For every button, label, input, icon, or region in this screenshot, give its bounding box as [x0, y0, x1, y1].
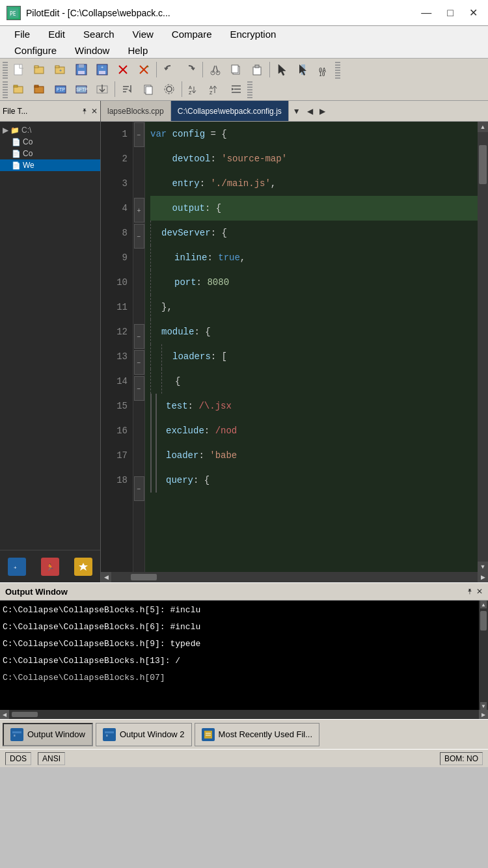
delete-button[interactable]	[113, 61, 133, 79]
toolbar-grip-3[interactable]	[3, 80, 8, 98]
tree-action-3[interactable]	[74, 558, 92, 576]
status-ansi: ANSI	[38, 752, 65, 765]
folder2-button[interactable]	[30, 80, 49, 98]
svg-rect-68	[204, 731, 212, 739]
fold-btn-4[interactable]: +	[134, 198, 144, 223]
svg-marker-61	[79, 563, 88, 571]
maximize-button[interactable]: □	[443, 6, 457, 20]
menu-file[interactable]: File	[5, 26, 39, 42]
output-scroll-thumb[interactable]	[480, 611, 487, 631]
settings-button[interactable]	[159, 80, 179, 98]
sort-button[interactable]	[118, 80, 137, 98]
fold-btn-14[interactable]: −	[134, 376, 144, 401]
sftp-button[interactable]: SFTP	[72, 80, 91, 98]
fold-btn-12[interactable]: −	[134, 324, 144, 349]
file-tree-pin-button[interactable]: 🖈	[81, 107, 88, 116]
menu-edit[interactable]: Edit	[39, 26, 74, 42]
folder-open-button[interactable]	[9, 80, 29, 98]
tab-nav-list[interactable]: ▼	[290, 105, 303, 117]
column-select-button[interactable]	[293, 61, 313, 79]
code-editor[interactable]: 1 2 3 4 8 9 10 11 12 13 14 15 16 17 18 −	[101, 122, 488, 572]
save2-button[interactable]: +	[92, 61, 112, 79]
menu-search[interactable]: Search	[74, 26, 124, 42]
scroll-left-arrow[interactable]: ◀	[101, 572, 111, 582]
tree-label-3: We	[23, 161, 34, 170]
toolbar-sep-5	[182, 81, 182, 97]
file-icon-1: 📄	[12, 138, 21, 146]
toolbar-grip-2[interactable]	[335, 61, 340, 79]
menu-help[interactable]: Help	[118, 42, 157, 59]
fold-btn-8[interactable]: −	[134, 224, 144, 249]
menu-view[interactable]: View	[124, 26, 163, 42]
tree-item-3[interactable]: 📄 We	[0, 159, 100, 171]
indent-button[interactable]	[226, 80, 246, 98]
copy2-button[interactable]	[139, 80, 158, 98]
scroll-up-arrow[interactable]: ▲	[478, 122, 488, 132]
window-controls[interactable]: — □ ✕	[417, 5, 481, 20]
redo-button[interactable]	[180, 61, 200, 79]
fold-btn-18[interactable]: −	[134, 476, 144, 501]
tab-1[interactable]: lapseBlocks.cpp	[101, 101, 171, 121]
open-button[interactable]	[30, 61, 49, 79]
file-tree-close-button[interactable]: ✕	[91, 107, 98, 116]
save-button[interactable]	[72, 61, 91, 79]
taskbar-recent-files[interactable]: Most Recently Used Fil...	[195, 723, 320, 746]
minimize-button[interactable]: —	[417, 6, 435, 20]
menu-configure[interactable]: Configure	[5, 42, 66, 59]
output-close-button[interactable]: ✕	[476, 587, 483, 596]
output-scroll-right[interactable]: ▶	[479, 710, 488, 719]
scroll-down-arrow[interactable]: ▼	[478, 562, 488, 572]
tree-item-2[interactable]: 📄 Co	[0, 148, 100, 159]
taskbar-output-window-2[interactable]: ≡ Output Window 2	[96, 723, 192, 746]
file-icon-3: 📄	[12, 161, 21, 170]
tab-nav-prev[interactable]: ◀	[305, 105, 316, 117]
editor-scrollbar-v[interactable]: ▲ ▼	[478, 122, 488, 572]
tab-2[interactable]: C:\Collapse\webpack.config.js	[171, 101, 289, 121]
download-button[interactable]	[92, 80, 112, 98]
scroll-h-thumb[interactable]	[131, 574, 157, 580]
tab-nav-next[interactable]: ▶	[317, 105, 328, 117]
paste-button[interactable]	[247, 61, 267, 79]
new-file-button[interactable]	[9, 61, 29, 79]
tree-item-root[interactable]: ▶ 📁 C:\	[0, 124, 100, 136]
output-scroll-up[interactable]: ▲	[480, 601, 487, 608]
menu-encryption[interactable]: Encryption	[221, 26, 286, 42]
editor-scrollbar-h[interactable]: ◀ ▶	[101, 572, 488, 582]
undo-button[interactable]	[159, 61, 179, 79]
close-button[interactable]: ✕	[465, 5, 481, 20]
taskbar-output-window[interactable]: ≡ Output Window	[3, 723, 93, 746]
open2-button[interactable]: +	[51, 61, 70, 79]
tree-action-2[interactable]: 🏃	[41, 558, 59, 576]
output-scroll-left[interactable]: ◀	[0, 710, 9, 719]
code-line-14: {	[150, 369, 478, 394]
scroll-thumb[interactable]	[479, 145, 487, 184]
scroll-right-arrow[interactable]: ▶	[478, 572, 488, 582]
menu-compare[interactable]: Compare	[163, 26, 221, 42]
output-scrollbar-h[interactable]: ◀ ▶	[0, 710, 488, 719]
tree-expand-icon: ▶	[3, 126, 8, 135]
az-sort2-button[interactable]: AZ	[206, 80, 225, 98]
toolbar-sep-4	[115, 81, 115, 97]
tree-item-1[interactable]: 📄 Co	[0, 136, 100, 148]
output-scroll-h-thumb[interactable]	[12, 712, 38, 717]
output-scrollbar-v[interactable]: ▲ ▼	[479, 601, 488, 710]
hex-button[interactable]: 0A10	[314, 61, 334, 79]
file-tree-title: File T...	[3, 107, 78, 116]
delete2-button[interactable]: +	[134, 61, 154, 79]
cut-button[interactable]	[206, 61, 225, 79]
output-scroll-down[interactable]: ▼	[480, 702, 487, 710]
code-line-15: test: /\.jsx	[150, 394, 478, 418]
az-sort-button[interactable]: AZ	[185, 80, 204, 98]
copy-button[interactable]	[226, 61, 246, 79]
code-content[interactable]: var config = { devtool: 'source-map' ent…	[145, 122, 478, 572]
menu-window[interactable]: Window	[66, 42, 118, 59]
toolbar-grip-1[interactable]	[3, 61, 8, 79]
fold-btn-1[interactable]: −	[134, 122, 144, 147]
cursor-button[interactable]	[273, 61, 292, 79]
ftp-button[interactable]: FTP	[51, 80, 70, 98]
output-pin-button[interactable]: 🖈	[466, 587, 474, 596]
tree-action-1[interactable]: +	[8, 558, 26, 576]
fold-btn-13[interactable]: −	[134, 350, 144, 375]
toolbar-grip-4[interactable]	[247, 80, 252, 98]
app-icon: PE	[7, 6, 21, 20]
